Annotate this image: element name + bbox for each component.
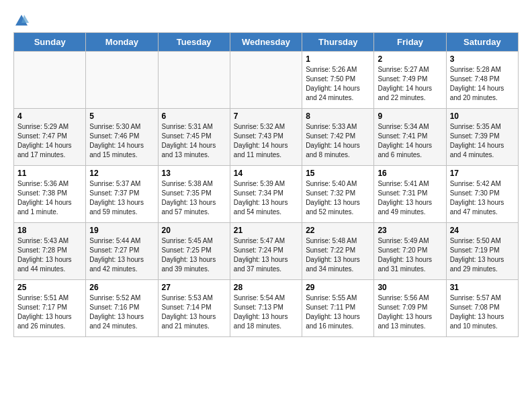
calendar-cell: 16Sunrise: 5:41 AM Sunset: 7:31 PM Dayli…: [374, 166, 446, 223]
day-info: Sunrise: 5:50 AM Sunset: 7:19 PM Dayligh…: [450, 236, 515, 274]
day-number: 18: [17, 226, 82, 235]
day-number: 8: [306, 111, 370, 121]
day-number: 7: [234, 111, 298, 121]
day-of-week-header: Tuesday: [158, 33, 230, 52]
calendar-cell: [86, 52, 158, 109]
day-info: Sunrise: 5:49 AM Sunset: 7:20 PM Dayligh…: [378, 236, 442, 274]
day-number: 20: [162, 226, 226, 235]
calendar-cell: 7Sunrise: 5:32 AM Sunset: 7:43 PM Daylig…: [230, 109, 302, 166]
calendar-cell: 14Sunrise: 5:39 AM Sunset: 7:34 PM Dayli…: [230, 166, 302, 223]
day-info: Sunrise: 5:29 AM Sunset: 7:47 PM Dayligh…: [17, 122, 82, 160]
day-info: Sunrise: 5:52 AM Sunset: 7:16 PM Dayligh…: [89, 293, 154, 331]
calendar-header-row: SundayMondayTuesdayWednesdayThursdayFrid…: [14, 33, 519, 52]
calendar-week-row: 4Sunrise: 5:29 AM Sunset: 7:47 PM Daylig…: [14, 109, 519, 166]
day-info: Sunrise: 5:40 AM Sunset: 7:32 PM Dayligh…: [306, 179, 370, 217]
day-info: Sunrise: 5:55 AM Sunset: 7:11 PM Dayligh…: [306, 293, 370, 331]
calendar-cell: 11Sunrise: 5:36 AM Sunset: 7:38 PM Dayli…: [14, 166, 86, 223]
day-info: Sunrise: 5:28 AM Sunset: 7:48 PM Dayligh…: [450, 65, 515, 103]
calendar-cell: 3Sunrise: 5:28 AM Sunset: 7:48 PM Daylig…: [446, 52, 518, 109]
day-info: Sunrise: 5:48 AM Sunset: 7:22 PM Dayligh…: [306, 236, 370, 274]
day-number: 13: [162, 169, 226, 178]
calendar-cell: 9Sunrise: 5:34 AM Sunset: 7:41 PM Daylig…: [374, 109, 446, 166]
day-info: Sunrise: 5:32 AM Sunset: 7:43 PM Dayligh…: [234, 122, 298, 160]
day-info: Sunrise: 5:42 AM Sunset: 7:30 PM Dayligh…: [450, 179, 515, 217]
calendar-cell: 26Sunrise: 5:52 AM Sunset: 7:16 PM Dayli…: [86, 280, 158, 337]
day-number: 12: [89, 169, 154, 178]
day-info: Sunrise: 5:47 AM Sunset: 7:24 PM Dayligh…: [234, 236, 298, 274]
calendar-cell: 23Sunrise: 5:49 AM Sunset: 7:20 PM Dayli…: [374, 223, 446, 280]
day-number: 14: [234, 169, 298, 178]
day-info: Sunrise: 5:30 AM Sunset: 7:46 PM Dayligh…: [89, 122, 154, 160]
calendar-week-row: 18Sunrise: 5:43 AM Sunset: 7:28 PM Dayli…: [14, 223, 519, 280]
day-info: Sunrise: 5:33 AM Sunset: 7:42 PM Dayligh…: [306, 122, 370, 160]
calendar-cell: 6Sunrise: 5:31 AM Sunset: 7:45 PM Daylig…: [158, 109, 230, 166]
day-info: Sunrise: 5:41 AM Sunset: 7:31 PM Dayligh…: [378, 179, 442, 217]
day-number: 25: [17, 283, 82, 292]
day-info: Sunrise: 5:36 AM Sunset: 7:38 PM Dayligh…: [17, 179, 82, 217]
day-number: 30: [378, 283, 442, 292]
calendar-week-row: 25Sunrise: 5:51 AM Sunset: 7:17 PM Dayli…: [14, 280, 519, 337]
logo-icon: [14, 13, 29, 28]
day-info: Sunrise: 5:53 AM Sunset: 7:14 PM Dayligh…: [162, 293, 226, 331]
day-number: 26: [89, 283, 154, 292]
calendar-cell: 22Sunrise: 5:48 AM Sunset: 7:22 PM Dayli…: [302, 223, 374, 280]
day-number: 6: [162, 111, 226, 121]
calendar-cell: [230, 52, 302, 109]
day-number: 11: [17, 169, 82, 178]
day-info: Sunrise: 5:57 AM Sunset: 7:08 PM Dayligh…: [450, 293, 515, 331]
day-number: 4: [17, 111, 82, 121]
calendar-cell: [14, 52, 86, 109]
day-number: 1: [306, 54, 370, 64]
calendar-cell: 30Sunrise: 5:56 AM Sunset: 7:09 PM Dayli…: [374, 280, 446, 337]
day-of-week-header: Sunday: [14, 33, 86, 52]
day-number: 29: [306, 283, 370, 292]
day-of-week-header: Wednesday: [230, 33, 302, 52]
day-of-week-header: Friday: [374, 33, 446, 52]
day-info: Sunrise: 5:39 AM Sunset: 7:34 PM Dayligh…: [234, 179, 298, 217]
day-info: Sunrise: 5:38 AM Sunset: 7:35 PM Dayligh…: [162, 179, 226, 217]
day-number: 2: [378, 54, 442, 64]
day-number: 23: [378, 226, 442, 235]
calendar-cell: 1Sunrise: 5:26 AM Sunset: 7:50 PM Daylig…: [302, 52, 374, 109]
day-info: Sunrise: 5:45 AM Sunset: 7:25 PM Dayligh…: [162, 236, 226, 274]
day-info: Sunrise: 5:51 AM Sunset: 7:17 PM Dayligh…: [17, 293, 82, 331]
calendar-cell: 24Sunrise: 5:50 AM Sunset: 7:19 PM Dayli…: [446, 223, 518, 280]
calendar-cell: 5Sunrise: 5:30 AM Sunset: 7:46 PM Daylig…: [86, 109, 158, 166]
calendar-cell: 29Sunrise: 5:55 AM Sunset: 7:11 PM Dayli…: [302, 280, 374, 337]
calendar-cell: 25Sunrise: 5:51 AM Sunset: 7:17 PM Dayli…: [14, 280, 86, 337]
calendar-cell: [158, 52, 230, 109]
day-of-week-header: Saturday: [446, 33, 518, 52]
calendar-cell: 18Sunrise: 5:43 AM Sunset: 7:28 PM Dayli…: [14, 223, 86, 280]
day-number: 28: [234, 283, 298, 292]
calendar-cell: 4Sunrise: 5:29 AM Sunset: 7:47 PM Daylig…: [14, 109, 86, 166]
logo: [13, 13, 30, 26]
calendar-cell: 15Sunrise: 5:40 AM Sunset: 7:32 PM Dayli…: [302, 166, 374, 223]
day-number: 19: [89, 226, 154, 235]
day-info: Sunrise: 5:56 AM Sunset: 7:09 PM Dayligh…: [378, 293, 442, 331]
calendar-cell: 12Sunrise: 5:37 AM Sunset: 7:37 PM Dayli…: [86, 166, 158, 223]
day-number: 9: [378, 111, 442, 121]
calendar-cell: 20Sunrise: 5:45 AM Sunset: 7:25 PM Dayli…: [158, 223, 230, 280]
day-info: Sunrise: 5:43 AM Sunset: 7:28 PM Dayligh…: [17, 236, 82, 274]
calendar-cell: 17Sunrise: 5:42 AM Sunset: 7:30 PM Dayli…: [446, 166, 518, 223]
day-info: Sunrise: 5:34 AM Sunset: 7:41 PM Dayligh…: [378, 122, 442, 160]
day-of-week-header: Monday: [86, 33, 158, 52]
day-info: Sunrise: 5:54 AM Sunset: 7:13 PM Dayligh…: [234, 293, 298, 331]
calendar-week-row: 11Sunrise: 5:36 AM Sunset: 7:38 PM Dayli…: [14, 166, 519, 223]
calendar-table: SundayMondayTuesdayWednesdayThursdayFrid…: [13, 32, 519, 337]
day-info: Sunrise: 5:26 AM Sunset: 7:50 PM Dayligh…: [306, 65, 370, 103]
day-info: Sunrise: 5:37 AM Sunset: 7:37 PM Dayligh…: [89, 179, 154, 217]
calendar-cell: 10Sunrise: 5:35 AM Sunset: 7:39 PM Dayli…: [446, 109, 518, 166]
calendar-cell: 19Sunrise: 5:44 AM Sunset: 7:27 PM Dayli…: [86, 223, 158, 280]
day-number: 31: [450, 283, 515, 292]
day-info: Sunrise: 5:31 AM Sunset: 7:45 PM Dayligh…: [162, 122, 226, 160]
calendar-cell: 13Sunrise: 5:38 AM Sunset: 7:35 PM Dayli…: [158, 166, 230, 223]
calendar-cell: 21Sunrise: 5:47 AM Sunset: 7:24 PM Dayli…: [230, 223, 302, 280]
calendar-week-row: 1Sunrise: 5:26 AM Sunset: 7:50 PM Daylig…: [14, 52, 519, 109]
day-info: Sunrise: 5:44 AM Sunset: 7:27 PM Dayligh…: [89, 236, 154, 274]
calendar-cell: 2Sunrise: 5:27 AM Sunset: 7:49 PM Daylig…: [374, 52, 446, 109]
calendar-cell: 27Sunrise: 5:53 AM Sunset: 7:14 PM Dayli…: [158, 280, 230, 337]
day-number: 16: [378, 169, 442, 178]
calendar-cell: 31Sunrise: 5:57 AM Sunset: 7:08 PM Dayli…: [446, 280, 518, 337]
day-number: 10: [450, 111, 515, 121]
